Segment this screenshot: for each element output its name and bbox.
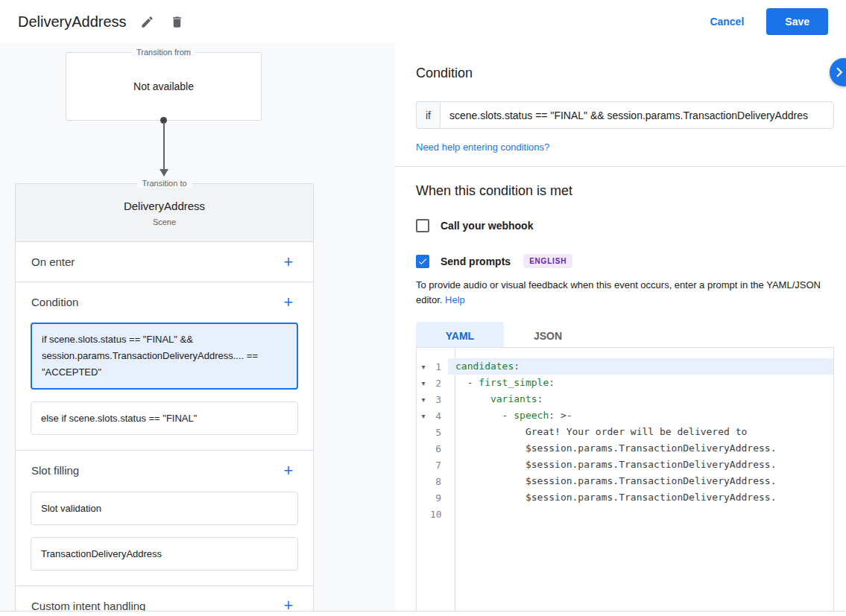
- main-area: Transition from Not available Transition…: [0, 43, 846, 612]
- language-badge[interactable]: ENGLISH: [523, 254, 572, 268]
- code-line[interactable]: 9 $session.params.TransactionDeliveryAdd…: [417, 489, 833, 506]
- condition-help-link[interactable]: Need help entering conditions?: [416, 142, 549, 153]
- code-line[interactable]: ▾1candidates:: [417, 358, 833, 375]
- send-prompts-checkbox[interactable]: [416, 255, 429, 268]
- code-segment-plain: :: [549, 410, 561, 421]
- fold-arrow-icon[interactable]: ▾: [417, 379, 430, 387]
- custom-intent-section: Custom intent handling +: [16, 585, 313, 611]
- code-line[interactable]: 7 $session.params.TransactionDeliveryAdd…: [417, 457, 833, 473]
- line-number: 2: [430, 378, 448, 389]
- condition-section: Condition + if scene.slots.status == "FI…: [16, 282, 313, 450]
- code-text[interactable]: $session.params.TransactionDeliveryAddre…: [448, 440, 833, 457]
- code-text[interactable]: - first_simple:: [448, 375, 833, 391]
- webhook-checkbox[interactable]: [416, 219, 429, 232]
- panel-title: Condition: [416, 66, 834, 81]
- code-line[interactable]: 5 Great! Your order will be delivered to: [417, 424, 833, 440]
- code-text[interactable]: - speech: >-: [448, 407, 833, 424]
- if-label: if: [416, 101, 440, 129]
- line-number: 3: [430, 394, 448, 405]
- code-segment-key: speech: [514, 410, 549, 421]
- pencil-icon: [140, 15, 154, 29]
- connector-line: [163, 122, 165, 169]
- code-line[interactable]: ▾3 variants:: [417, 391, 833, 407]
- condition-detail-panel: Condition if Need help entering conditio…: [395, 43, 846, 611]
- chevron-right-icon: [830, 63, 846, 82]
- code-text[interactable]: variants:: [448, 391, 833, 407]
- code-segment-plain: -: [455, 377, 479, 388]
- trash-icon: [170, 15, 184, 29]
- transition-from-value: Not available: [133, 80, 194, 92]
- line-number: 8: [430, 476, 448, 487]
- transition-from-box: Transition from Not available: [66, 52, 262, 121]
- code-text[interactable]: [448, 506, 833, 522]
- code-segment-text: $session.params.TransactionDeliveryAddre…: [455, 459, 776, 470]
- checkmark-icon: [417, 256, 428, 267]
- help-link[interactable]: Help: [445, 294, 465, 305]
- when-condition-met-title: When this condition is met: [416, 183, 834, 199]
- save-button[interactable]: Save: [766, 8, 828, 35]
- code-text[interactable]: candidates:: [448, 358, 833, 375]
- code-line[interactable]: ▾4 - speech: >-: [417, 407, 833, 424]
- condition-card-else[interactable]: else if scene.slots.status == "FINAL": [31, 401, 298, 435]
- line-number: 6: [430, 443, 448, 454]
- page-title: DeliveryAddress: [18, 13, 127, 31]
- panel-content: Condition if Need help entering conditio…: [395, 43, 846, 611]
- send-prompts-label: Send prompts: [441, 255, 511, 267]
- scene-subtitle: Scene: [153, 217, 176, 226]
- edit-title-button[interactable]: [139, 13, 157, 31]
- delete-scene-button[interactable]: [168, 13, 186, 31]
- line-number: 1: [430, 361, 448, 372]
- condition-section-label: Condition: [31, 296, 78, 308]
- line-number: 4: [430, 410, 448, 422]
- transition-to-card: Transition to DeliveryAddress Scene On e…: [15, 183, 314, 611]
- prompt-hint: To provide audio or visual feedback when…: [416, 278, 834, 308]
- top-bar: DeliveryAddress Cancel Save: [0, 0, 846, 43]
- code-segment-plain: >-: [561, 410, 572, 421]
- condition-card-selected[interactable]: if scene.slots.status == "FINAL" && sess…: [31, 323, 298, 390]
- slot-name-card[interactable]: TransactionDeliveryAddress: [31, 537, 298, 571]
- cancel-button[interactable]: Cancel: [710, 16, 744, 28]
- code-text[interactable]: $session.params.TransactionDeliveryAddre…: [448, 473, 833, 489]
- code-line[interactable]: ▾2 - first_simple:: [417, 375, 833, 391]
- on-enter-section: On enter +: [16, 242, 313, 282]
- code-line[interactable]: 8 $session.params.TransactionDeliveryAdd…: [417, 473, 833, 489]
- fold-arrow-icon[interactable]: ▾: [417, 396, 430, 404]
- topbar-actions: Cancel Save: [710, 8, 828, 35]
- tab-yaml[interactable]: YAML: [416, 322, 504, 349]
- code-editor-inner: ▾1candidates:▾2 - first_simple:▾3 varian…: [417, 348, 833, 611]
- add-condition-button[interactable]: +: [280, 294, 297, 311]
- tab-json[interactable]: JSON: [504, 322, 592, 349]
- code-segment-key: candidates: [455, 361, 514, 372]
- add-slot-button[interactable]: +: [280, 463, 297, 479]
- code-segment-plain: [455, 393, 490, 404]
- code-text[interactable]: $session.params.TransactionDeliveryAddre…: [448, 457, 833, 473]
- slot-validation-card[interactable]: Slot validation: [31, 492, 298, 525]
- editor-tabs: YAMLJSON: [416, 322, 834, 349]
- code-line[interactable]: 10: [417, 506, 833, 522]
- code-segment-text: Great! Your order will be delivered to: [455, 426, 747, 437]
- transition-to-label: Transition to: [136, 179, 192, 188]
- code-text[interactable]: $session.params.TransactionDeliveryAddre…: [448, 489, 833, 506]
- line-number: 10: [430, 509, 448, 520]
- add-custom-intent-button[interactable]: +: [280, 597, 297, 611]
- on-enter-label: On enter: [31, 255, 75, 268]
- scene-card-header: DeliveryAddress Scene: [16, 184, 313, 242]
- code-segment-key: first_simple: [479, 377, 549, 388]
- webhook-label: Call your webhook: [441, 220, 533, 232]
- condition-expression-input[interactable]: [440, 101, 834, 129]
- condition-input-row: if: [416, 101, 834, 129]
- fold-arrow-icon[interactable]: ▾: [417, 412, 430, 420]
- code-text[interactable]: Great! Your order will be delivered to: [448, 424, 833, 440]
- code-segment-text: $session.params.TransactionDeliveryAddre…: [455, 442, 776, 454]
- code-line[interactable]: 6 $session.params.TransactionDeliveryAdd…: [417, 440, 833, 457]
- code-lines: ▾1candidates:▾2 - first_simple:▾3 varian…: [417, 358, 833, 522]
- title-group: DeliveryAddress: [18, 13, 710, 31]
- line-number: 9: [430, 492, 448, 504]
- line-number: 7: [430, 460, 448, 471]
- code-segment-key: variants: [490, 393, 537, 404]
- add-on-enter-button[interactable]: +: [280, 254, 297, 270]
- prompt-hint-text: To provide audio or visual feedback when…: [416, 279, 821, 305]
- code-editor[interactable]: ▾1candidates:▾2 - first_simple:▾3 varian…: [416, 347, 834, 611]
- fold-arrow-icon[interactable]: ▾: [417, 363, 430, 371]
- scene-name: DeliveryAddress: [124, 200, 205, 212]
